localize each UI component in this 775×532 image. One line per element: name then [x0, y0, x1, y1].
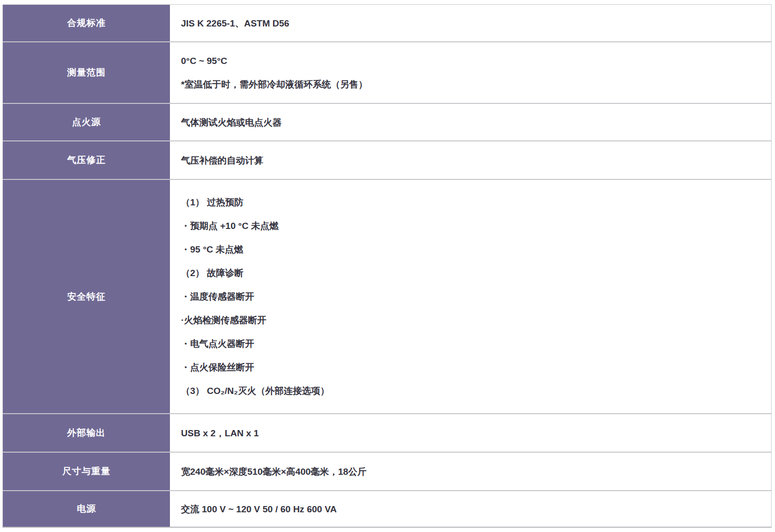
- row-header-cell: 测量范围: [3, 42, 171, 103]
- page: 合规标准JIS K 2265-1、ASTM D56测量范围0°C ~ 95°C*…: [0, 0, 775, 532]
- row-value-cell: JIS K 2265-1、ASTM D56: [171, 5, 771, 41]
- table-row: 电源交流 100 V ~ 120 V 50 / 60 Hz 600 VA: [3, 491, 771, 527]
- row-value-line: JIS K 2265-1、ASTM D56: [181, 12, 760, 35]
- row-value-cell: 宽240毫米×深度510毫米×高400毫米，18公斤: [171, 453, 771, 490]
- row-value-cell: USB x 2，LAN x 1: [171, 414, 771, 452]
- table-row: 测量范围0°C ~ 95°C*室温低于时，需外部冷却液循环系统（另售）: [3, 42, 771, 104]
- row-value-cell: 0°C ~ 95°C*室温低于时，需外部冷却液循环系统（另售）: [171, 42, 771, 103]
- row-header-label: 合规标准: [67, 17, 106, 29]
- row-value-line: （3） CO₂/N₂灭火（外部连接选项）: [181, 379, 760, 403]
- row-header-cell: 气压修正: [3, 141, 171, 179]
- row-header-label: 外部输出: [67, 427, 106, 439]
- table-row: 气压修正气压补偿的自动计算: [3, 141, 771, 180]
- row-value-line: ·火焰检测传感器断开: [181, 308, 760, 332]
- row-header-cell: 尺寸与重量: [3, 453, 171, 490]
- table-row: 合规标准JIS K 2265-1、ASTM D56: [3, 5, 771, 42]
- row-header-cell: 外部输出: [3, 414, 171, 452]
- row-value-line: 0°C ~ 95°C: [181, 49, 760, 73]
- row-value-line: ・95 °C 未点燃: [181, 238, 760, 261]
- row-value-cell: 气体测试火焰或电点火器: [171, 104, 771, 140]
- row-value-line: 气体测试火焰或电点火器: [181, 111, 760, 134]
- table-row: 外部输出USB x 2，LAN x 1: [3, 414, 771, 453]
- row-header-cell: 电源: [3, 491, 171, 527]
- row-value-line: ・点火保险丝断开: [181, 355, 760, 379]
- row-value-cell: （1） 过热预防・预期点 +10 °C 未点燃・95 °C 未点燃（2） 故障诊…: [171, 180, 771, 413]
- row-header-label: 尺寸与重量: [63, 465, 111, 478]
- row-header-cell: 安全特征: [3, 180, 171, 413]
- row-header-label: 测量范围: [67, 66, 106, 79]
- row-value-line: 气压补偿的自动计算: [181, 149, 760, 172]
- row-value-line: USB x 2，LAN x 1: [181, 421, 760, 445]
- row-value-line: （1） 过热预防: [181, 190, 760, 214]
- row-header-cell: 点火源: [3, 104, 171, 140]
- table-row: 安全特征（1） 过热预防・预期点 +10 °C 未点燃・95 °C 未点燃（2）…: [3, 180, 771, 414]
- row-header-cell: 合规标准: [3, 5, 171, 41]
- table-row: 尺寸与重量宽240毫米×深度510毫米×高400毫米，18公斤: [3, 453, 771, 491]
- row-header-label: 气压修正: [67, 154, 106, 166]
- spec-table: 合规标准JIS K 2265-1、ASTM D56测量范围0°C ~ 95°C*…: [2, 4, 772, 528]
- row-header-label: 点火源: [72, 116, 101, 128]
- row-value-cell: 交流 100 V ~ 120 V 50 / 60 Hz 600 VA: [171, 491, 771, 527]
- row-header-label: 安全特征: [67, 291, 106, 303]
- row-value-cell: 气压补偿的自动计算: [171, 141, 771, 179]
- row-value-line: *室温低于时，需外部冷却液循环系统（另售）: [181, 73, 760, 96]
- row-value-line: ・预期点 +10 °C 未点燃: [181, 214, 760, 238]
- row-value-line: （2） 故障诊断: [181, 261, 760, 285]
- row-value-line: ・温度传感器断开: [181, 285, 760, 308]
- table-row: 点火源气体测试火焰或电点火器: [3, 104, 771, 141]
- row-value-line: ・电气点火器断开: [181, 332, 760, 355]
- row-header-label: 电源: [77, 503, 96, 515]
- row-value-line: 宽240毫米×深度510毫米×高400毫米，18公斤: [181, 460, 760, 483]
- row-value-line: 交流 100 V ~ 120 V 50 / 60 Hz 600 VA: [181, 497, 760, 521]
